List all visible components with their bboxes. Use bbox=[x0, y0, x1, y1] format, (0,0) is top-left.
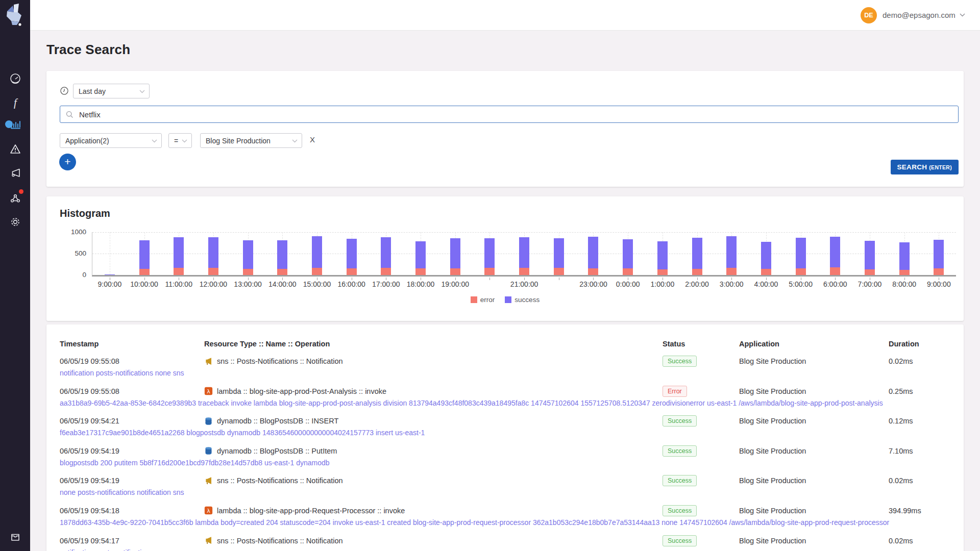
x-axis-tick: 9:00:00 bbox=[927, 280, 951, 288]
table-header: Timestamp Resource Type :: Name :: Opera… bbox=[60, 340, 950, 348]
time-range-select[interactable]: Last day bbox=[73, 84, 150, 98]
table-row[interactable]: 06/05/19 09:54:19sns :: Posts-Notificati… bbox=[60, 472, 950, 503]
x-axis-tick: 9:00:00 bbox=[97, 280, 121, 288]
epsagon-logo[interactable] bbox=[5, 3, 26, 27]
histogram-slot: 13:00:00 bbox=[231, 232, 265, 275]
histogram-slot: 16:00:00 bbox=[334, 232, 369, 275]
x-axis-tick: 2:00:00 bbox=[685, 280, 709, 288]
add-filter-button[interactable]: + bbox=[59, 154, 76, 170]
svg-text:λ: λ bbox=[207, 388, 210, 395]
histogram-bar bbox=[139, 240, 150, 275]
table-row[interactable]: 06/05/19 09:54:19dynamodb :: BlogPostsDB… bbox=[60, 443, 950, 473]
remove-filter-button[interactable]: X bbox=[310, 135, 315, 144]
issues-warning-icon[interactable] bbox=[9, 143, 21, 155]
histogram-panel: Histogram 9:00:0010:00:0011:00:0012:00:0… bbox=[46, 196, 964, 321]
histogram-slot: 1:00:00 bbox=[645, 232, 680, 275]
row-resource: sns :: Posts-Notifications :: Notificati… bbox=[217, 537, 343, 545]
row-resource: sns :: Posts-Notifications :: Notificati… bbox=[217, 357, 343, 365]
page-title: Trace Search bbox=[46, 42, 130, 58]
trace-tags-link[interactable]: blogpostsdb 200 putitem 5b8f716d200e1bcd… bbox=[60, 459, 950, 467]
table-row[interactable]: 06/05/19 09:55:08sns :: Posts-Notificati… bbox=[60, 353, 950, 383]
search-button-label: SEARCH bbox=[897, 163, 927, 171]
user-menu[interactable]: demo@epsagon.com bbox=[883, 0, 965, 30]
row-application: Blog Site Production bbox=[739, 357, 889, 365]
trace-tags-link[interactable]: none posts-notifications notification sn… bbox=[60, 488, 950, 496]
histogram-slot: 9:00:00 bbox=[922, 232, 957, 275]
traces-table: Timestamp Resource Type :: Name :: Opera… bbox=[46, 324, 964, 551]
chevron-down-icon bbox=[960, 13, 965, 17]
topbar: DE demo@epsagon.com bbox=[30, 0, 980, 31]
filter-field-select[interactable]: Application(2) bbox=[60, 133, 162, 148]
y-axis-tick: 0 bbox=[61, 271, 86, 279]
histogram-slot: 12:00:00 bbox=[196, 232, 231, 275]
legend-item-error[interactable]: error bbox=[471, 296, 495, 304]
search-panel: Last day Application(2) = Blog Site Prod… bbox=[46, 71, 964, 187]
histogram-bar bbox=[726, 236, 737, 275]
avatar[interactable]: DE bbox=[861, 7, 877, 23]
inbox-icon[interactable] bbox=[9, 531, 21, 543]
histogram-bar bbox=[450, 238, 460, 275]
histogram-bar bbox=[519, 237, 529, 275]
table-row[interactable]: 06/05/19 09:55:08λlambda :: blog-site-ap… bbox=[60, 383, 950, 413]
search-box bbox=[60, 106, 959, 123]
histogram-bar bbox=[588, 237, 598, 275]
status-badge: Success bbox=[663, 356, 697, 367]
trace-tags-link[interactable]: 1878dd63-435b-4e9c-9220-7041b5cc3f6b lam… bbox=[60, 518, 950, 527]
histogram-bar bbox=[865, 241, 875, 275]
x-axis-tick: 12:00:00 bbox=[200, 280, 228, 288]
x-axis-tick: 19:00:00 bbox=[441, 280, 469, 288]
filter-operator-select[interactable]: = bbox=[168, 133, 192, 148]
status-badge: Success bbox=[663, 505, 697, 516]
row-timestamp: 06/05/19 09:55:08 bbox=[60, 387, 204, 395]
row-resource: lambda :: blog-site-app-prod-Post-Analys… bbox=[217, 387, 386, 395]
search-icon bbox=[65, 110, 74, 119]
histogram-slot: 2:00:00 bbox=[680, 232, 715, 275]
dashboard-gauge-icon[interactable] bbox=[9, 72, 21, 85]
trace-tags-link[interactable]: notification posts-notifications none sn… bbox=[60, 369, 950, 377]
histogram-bar bbox=[243, 240, 253, 275]
histogram-slot: 4:00:00 bbox=[749, 232, 783, 275]
x-axis-tick: 3:00:00 bbox=[720, 280, 744, 288]
col-timestamp: Timestamp bbox=[60, 340, 204, 348]
svg-text:λ: λ bbox=[207, 508, 210, 514]
trace-tags-link[interactable]: aa31b8a9-69b5-42aa-853e-6842ce9389b3 tra… bbox=[60, 399, 950, 407]
alerts-megaphone-icon[interactable] bbox=[9, 167, 21, 179]
dynamodb-icon bbox=[204, 446, 213, 455]
table-row[interactable]: 06/05/19 09:54:18λlambda :: blog-site-ap… bbox=[60, 503, 950, 533]
sns-icon bbox=[204, 357, 213, 366]
histogram-slot bbox=[473, 232, 507, 275]
status-badge: Success bbox=[663, 475, 697, 486]
x-axis-tick: 7:00:00 bbox=[858, 280, 882, 288]
architecture-graph-icon[interactable] bbox=[9, 192, 21, 204]
trace-tags-link[interactable]: f6eab3e17317c9ae901b8de4651a2268 blogpos… bbox=[60, 429, 950, 437]
histogram-bar bbox=[347, 239, 357, 275]
histogram-plot: 9:00:0010:00:0011:00:0012:00:0013:00:001… bbox=[92, 232, 956, 277]
col-resource: Resource Type :: Name :: Operation bbox=[204, 340, 663, 348]
legend-item-success[interactable]: success bbox=[505, 296, 540, 304]
settings-gear-icon[interactable] bbox=[9, 216, 21, 228]
table-row[interactable]: 06/05/19 09:54:21dynamodb :: BlogPostsDB… bbox=[60, 413, 950, 443]
filter-operator-value: = bbox=[174, 137, 178, 145]
histogram-slot: 15:00:00 bbox=[300, 232, 334, 275]
trace-search-chart-icon[interactable] bbox=[9, 118, 21, 130]
histogram-slot: 19:00:00 bbox=[438, 232, 473, 275]
x-axis-tick: 8:00:00 bbox=[892, 280, 916, 288]
histogram-bar bbox=[657, 241, 668, 275]
histogram-bar bbox=[415, 241, 426, 275]
histogram-bar bbox=[692, 238, 702, 275]
search-button[interactable]: SEARCH (ENTER) bbox=[891, 160, 959, 174]
x-axis-tick: 15:00:00 bbox=[303, 280, 331, 288]
functions-icon[interactable]: f bbox=[9, 96, 21, 109]
table-row[interactable]: 06/05/19 09:54:17sns :: Posts-Notificati… bbox=[60, 533, 950, 551]
search-input[interactable] bbox=[78, 110, 953, 119]
trace-tags-link[interactable]: notification posts-notifications none sn… bbox=[60, 548, 950, 551]
x-axis-tick: 17:00:00 bbox=[372, 280, 400, 288]
search-button-hint: (ENTER) bbox=[929, 164, 952, 170]
histogram-bar bbox=[381, 237, 391, 275]
histogram-slot: 6:00:00 bbox=[818, 232, 852, 275]
filter-value-select[interactable]: Blog Site Production bbox=[200, 133, 302, 148]
row-timestamp: 06/05/19 09:55:08 bbox=[60, 357, 204, 365]
histogram-bar bbox=[105, 274, 115, 275]
active-indicator bbox=[5, 120, 13, 128]
chevron-down-icon bbox=[152, 139, 157, 143]
